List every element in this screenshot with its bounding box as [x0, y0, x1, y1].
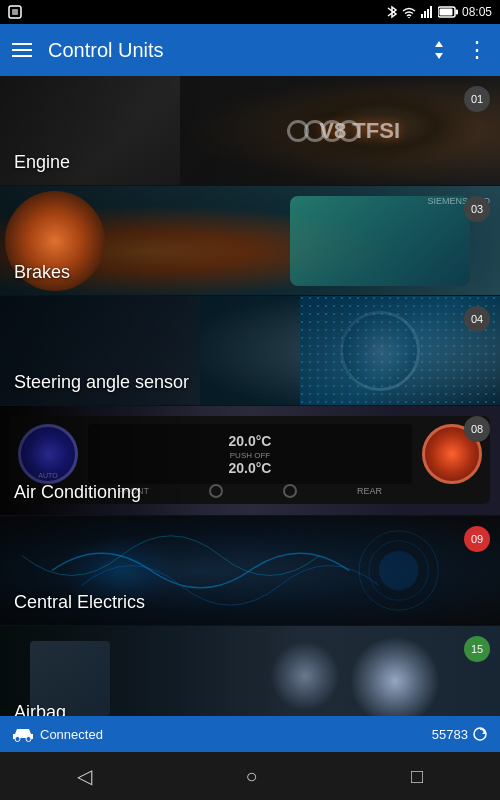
signal-icon	[420, 6, 434, 18]
svg-point-18	[26, 737, 31, 742]
svg-point-17	[15, 737, 20, 742]
engine-label: Engine	[14, 152, 70, 173]
page-title: Control Units	[48, 39, 412, 62]
airbag-label: Airbag	[14, 702, 66, 716]
unit-card-steering[interactable]: Steering angle sensor 04	[0, 296, 500, 406]
status-bar: 08:05	[0, 0, 500, 24]
airbag-deployed-icon2	[270, 641, 340, 711]
engine-brand-icon	[287, 120, 360, 142]
unit-card-electrics[interactable]: Central Electrics 09	[0, 516, 500, 626]
toolbar: Control Units ⋮	[0, 24, 500, 76]
engine-badge: 01	[464, 86, 490, 112]
battery-icon	[438, 6, 458, 18]
steering-badge: 04	[464, 306, 490, 332]
svg-rect-8	[455, 10, 458, 15]
unit-card-ac[interactable]: AUTO 20.0°C PUSH OFF 20.0°C FRONT REAR A…	[0, 406, 500, 516]
wifi-icon	[402, 6, 416, 18]
svg-marker-10	[435, 41, 443, 47]
svg-rect-3	[421, 14, 423, 18]
car-icon	[12, 726, 34, 742]
unit-card-engine[interactable]: V8 TFSI Engine 01	[0, 76, 500, 186]
electrics-badge: 09	[464, 526, 490, 552]
status-left	[8, 5, 22, 19]
unit-card-airbag[interactable]: Airbag 15	[0, 626, 500, 716]
brake-caliper	[290, 196, 470, 286]
ac-label: Air Conditioning	[14, 482, 141, 503]
airbag-deployed-icon	[350, 636, 440, 716]
time-display: 08:05	[462, 5, 492, 19]
navigation-bar: ◁ ○ □	[0, 752, 500, 800]
more-options-icon[interactable]: ⋮	[466, 37, 488, 63]
brakes-badge: 03	[464, 196, 490, 222]
connected-label: Connected	[40, 727, 103, 742]
brakes-label: Brakes	[14, 262, 70, 283]
back-button[interactable]: ◁	[77, 764, 92, 788]
code-value: 55783	[432, 727, 468, 742]
content-area: V8 TFSI Engine 01 SIEMENS VDO Brakes 03	[0, 76, 500, 716]
status-icons: 08:05	[386, 5, 492, 19]
device-code: 55783	[432, 726, 488, 742]
refresh-icon	[472, 726, 488, 742]
menu-button[interactable]	[12, 43, 32, 57]
recents-button[interactable]: □	[411, 765, 423, 788]
unit-card-brakes[interactable]: SIEMENS VDO Brakes 03	[0, 186, 500, 296]
svg-rect-9	[439, 9, 452, 16]
svg-rect-5	[427, 9, 429, 18]
svg-rect-6	[430, 6, 432, 18]
electrics-label: Central Electrics	[14, 592, 145, 613]
sort-icon[interactable]	[428, 39, 450, 61]
airbag-badge: 15	[464, 636, 490, 662]
steering-label: Steering angle sensor	[14, 372, 189, 393]
home-button[interactable]: ○	[245, 765, 257, 788]
screenshot-icon	[8, 5, 22, 19]
svg-point-16	[379, 551, 419, 591]
connection-status: Connected	[12, 726, 103, 742]
svg-rect-4	[424, 11, 426, 18]
bluetooth-icon	[386, 5, 398, 19]
bottom-status-bar: Connected 55783	[0, 716, 500, 752]
svg-point-2	[408, 17, 410, 18]
svg-marker-11	[435, 53, 443, 59]
ac-badge: 08	[464, 416, 490, 442]
svg-rect-1	[12, 9, 18, 15]
